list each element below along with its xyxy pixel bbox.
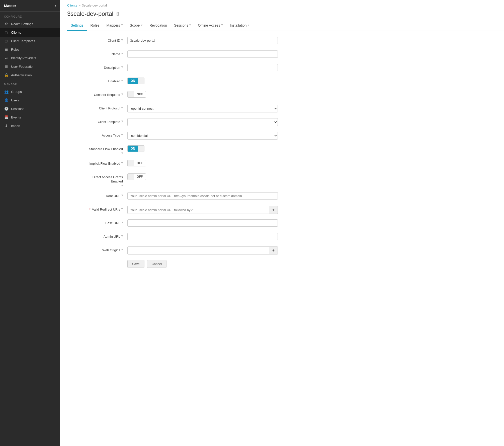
tab-offline-access[interactable]: Offline Access ? [194, 21, 226, 31]
tab-offline-access-label: Offline Access [198, 23, 220, 27]
admin-url-control [127, 233, 278, 240]
web-origins-help-icon[interactable]: ? [121, 248, 123, 252]
consent-toggle[interactable]: OFF [127, 91, 146, 98]
standard-flow-help-icon[interactable]: ? [121, 152, 123, 155]
web-origins-input[interactable] [127, 246, 269, 254]
enabled-help-icon[interactable]: ? [121, 79, 123, 83]
implicit-flow-help-icon[interactable]: ? [121, 162, 123, 165]
client-protocol-control: openid-connect saml [127, 105, 278, 112]
breadcrumb-parent-link[interactable]: Clients [67, 4, 77, 7]
implicit-flow-off[interactable]: OFF [134, 160, 146, 166]
sidebar-item-label: Roles [11, 48, 19, 51]
client-template-row: Client Template ? [67, 118, 279, 127]
sidebar-item-groups[interactable]: 👥 Groups [0, 87, 60, 96]
enabled-toggle[interactable]: ON [127, 78, 144, 84]
tab-installation-label: Installation [230, 23, 247, 27]
standard-flow-control: ON [127, 145, 278, 152]
implicit-flow-toggle[interactable]: OFF [127, 160, 146, 166]
standard-flow-on[interactable]: ON [128, 146, 138, 152]
client-template-select[interactable] [127, 118, 278, 126]
valid-redirect-add-button[interactable]: + [269, 206, 278, 214]
sidebar-item-users[interactable]: 👤 Users [0, 96, 60, 104]
implicit-flow-row: Implicit Flow Enabled ? OFF [67, 160, 279, 169]
root-url-help-icon[interactable]: ? [121, 194, 123, 198]
page-title: 3scale-dev-portal [67, 10, 113, 17]
sidebar-item-authentication[interactable]: 🔒 Authentication [0, 71, 60, 79]
root-url-input[interactable] [127, 192, 278, 200]
sidebar: Master ▾ Configure ⚙ Realm Settings ◻ Cl… [0, 0, 60, 446]
tab-roles[interactable]: Roles [87, 21, 103, 31]
realm-name: Master [4, 4, 16, 8]
base-url-input[interactable] [127, 219, 278, 227]
name-input[interactable] [127, 50, 278, 58]
tab-sessions-help-icon: ? [189, 24, 191, 27]
tab-settings[interactable]: Settings [67, 21, 87, 31]
sidebar-item-import[interactable]: ⬇ Import [0, 121, 60, 130]
access-type-help-icon[interactable]: ? [121, 134, 123, 137]
direct-access-on[interactable] [128, 174, 134, 180]
consent-on[interactable] [128, 91, 134, 97]
save-button[interactable]: Save [127, 260, 144, 268]
settings-form: Client ID ? Name ? Description ? [60, 31, 286, 278]
web-origins-add-button[interactable]: + [269, 246, 278, 254]
import-icon: ⬇ [4, 124, 9, 128]
consent-label: Consent Required ? [67, 91, 127, 97]
client-id-input[interactable] [127, 37, 278, 44]
sidebar-item-realm-settings[interactable]: ⚙ Realm Settings [0, 20, 60, 28]
client-id-help-icon[interactable]: ? [121, 39, 123, 42]
consent-help-icon[interactable]: ? [121, 93, 123, 96]
form-actions: Save Cancel [67, 260, 279, 268]
implicit-flow-on[interactable] [128, 160, 134, 166]
chevron-down-icon: ▾ [55, 4, 56, 8]
enabled-on[interactable]: ON [128, 78, 138, 84]
name-row: Name ? [67, 50, 279, 59]
client-protocol-select[interactable]: openid-connect saml [127, 105, 278, 112]
description-input[interactable] [127, 64, 278, 71]
description-help-icon[interactable]: ? [121, 66, 123, 69]
client-template-help-icon[interactable]: ? [121, 120, 123, 123]
standard-flow-toggle[interactable]: ON [127, 145, 144, 152]
base-url-help-icon[interactable]: ? [121, 221, 123, 225]
valid-redirect-label: * Valid Redirect URIs ? [67, 206, 127, 211]
direct-access-off[interactable]: OFF [134, 174, 146, 180]
admin-url-input[interactable] [127, 233, 278, 240]
client-id-row: Client ID ? [67, 37, 279, 46]
base-url-row: Base URL ? [67, 219, 279, 228]
sidebar-item-identity-providers[interactable]: ⇌ Identity Providers [0, 54, 60, 62]
valid-redirect-input[interactable] [127, 206, 269, 214]
tab-scope-help-icon: ? [141, 24, 142, 27]
direct-access-help-icon[interactable]: ? [121, 184, 123, 188]
sidebar-item-roles[interactable]: ☰ Roles [0, 45, 60, 54]
valid-redirect-help-icon[interactable]: ? [121, 208, 123, 211]
sidebar-item-label: Identity Providers [11, 56, 36, 60]
sidebar-item-events[interactable]: 📅 Events [0, 113, 60, 121]
consent-off[interactable]: OFF [134, 91, 146, 97]
tab-sessions[interactable]: Sessions ? [171, 21, 195, 31]
access-type-select[interactable]: confidential public bearer-only [127, 132, 278, 140]
standard-flow-off[interactable] [138, 146, 144, 152]
roles-icon: ☰ [4, 47, 9, 51]
client-protocol-help-icon[interactable]: ? [121, 106, 123, 110]
realm-selector[interactable]: Master ▾ [0, 0, 60, 12]
tab-installation[interactable]: Installation ? [226, 21, 253, 31]
sidebar-item-client-templates[interactable]: ◻ Client Templates [0, 37, 60, 45]
tab-scope[interactable]: Scope ? [126, 21, 146, 31]
sidebar-item-user-federation[interactable]: ☰ User Federation [0, 62, 60, 71]
tab-mappers[interactable]: Mappers ? [103, 21, 126, 31]
breadcrumb-separator: » [79, 4, 80, 7]
name-help-icon[interactable]: ? [121, 52, 123, 56]
enabled-off[interactable] [138, 78, 144, 84]
sidebar-item-sessions[interactable]: 🕐 Sessions [0, 104, 60, 113]
direct-access-toggle[interactable]: OFF [127, 173, 146, 180]
tab-revocation[interactable]: Revocation [146, 21, 171, 31]
consent-row: Consent Required ? OFF [67, 91, 279, 100]
client-id-control [127, 37, 278, 44]
trash-icon[interactable]: 🗑 [116, 11, 120, 17]
sidebar-item-clients[interactable]: ◻ Clients [0, 28, 60, 37]
cancel-button[interactable]: Cancel [147, 260, 166, 268]
admin-url-help-icon[interactable]: ? [121, 235, 123, 238]
direct-access-label: Direct Access Grants Enabled ? [67, 173, 127, 188]
standard-flow-row: Standard Flow Enabled ? ON [67, 145, 279, 155]
web-origins-input-group: + [127, 246, 278, 254]
access-type-control: confidential public bearer-only [127, 132, 278, 140]
